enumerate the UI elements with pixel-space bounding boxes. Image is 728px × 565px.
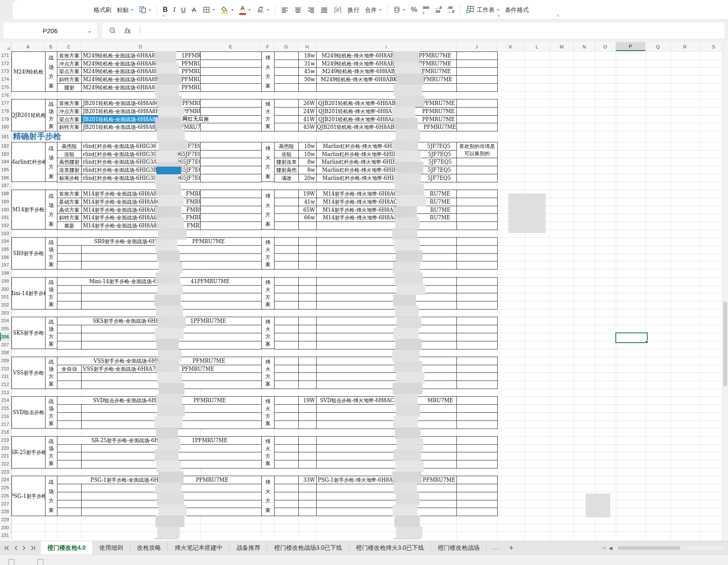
align-justify-button[interactable] — [320, 7, 328, 13]
last-sheet-button[interactable] — [31, 545, 36, 551]
col-header-L[interactable]: L — [524, 42, 550, 51]
row-header-214[interactable]: 214 — [0, 396, 11, 404]
selected-cell-P206[interactable] — [615, 332, 648, 343]
horizontal-scrollbar-thumb[interactable] — [618, 546, 680, 550]
row-header-176[interactable]: 176 — [0, 91, 11, 99]
row-header-183[interactable]: 183 — [0, 150, 11, 158]
row-header-186[interactable]: 186 — [0, 174, 11, 182]
row-header-178[interactable]: 178 — [0, 107, 11, 115]
row-header-182[interactable]: 182 — [0, 142, 11, 150]
increase-decimal-button[interactable]: .00→.0 — [447, 6, 454, 14]
row-header-224[interactable]: 224 — [0, 476, 11, 484]
underline-button[interactable]: U — [181, 6, 186, 13]
row-header-192[interactable]: 192 — [0, 221, 11, 230]
row-header-231[interactable]: 231 — [0, 531, 11, 539]
format-painter-button[interactable]: 格式刷 — [93, 7, 111, 13]
italic-button[interactable]: I — [173, 6, 176, 13]
percent-format-button[interactable]: % — [411, 6, 417, 13]
row-header-227[interactable]: 227 — [0, 500, 11, 508]
row-header-206[interactable]: 206 — [0, 333, 11, 341]
row-header-175[interactable]: 175 — [0, 83, 11, 91]
align-center-button[interactable] — [294, 7, 302, 13]
formula-bar[interactable]: fx — [102, 23, 725, 39]
col-header-B[interactable]: B — [45, 42, 57, 51]
row-header-194[interactable]: 194 — [0, 237, 11, 245]
sheet-tab-6[interactable]: 橙门楼改枪烽火3.0已下线 — [349, 541, 431, 555]
strikethrough-button[interactable]: A — [191, 6, 197, 13]
row-header-210[interactable]: 210 — [0, 365, 11, 373]
row-header-226[interactable]: 226 — [0, 492, 11, 500]
vertical-scrollbar[interactable] — [722, 42, 728, 541]
align-right-button[interactable] — [307, 7, 315, 13]
row-header-197[interactable]: 197 — [0, 261, 11, 269]
row-header-215[interactable]: 215 — [0, 404, 11, 412]
col-header-D[interactable]: D — [81, 42, 200, 51]
sheet-tab-2[interactable]: 改枪攻略 — [130, 541, 168, 555]
row-header-209[interactable]: 209 — [0, 357, 11, 365]
col-header-M[interactable]: M — [550, 42, 574, 51]
prev-sheet-button[interactable] — [14, 545, 18, 551]
row-header-199[interactable]: 199 — [0, 277, 11, 285]
col-header-E[interactable]: E — [200, 42, 261, 51]
row-header-173[interactable]: 173 — [0, 67, 11, 75]
row-header-198[interactable]: 198 — [0, 269, 11, 277]
row-header-230[interactable]: 230 — [0, 524, 11, 532]
sheet-tab-5[interactable]: 橙门楼改枪战场3.0已下线 — [267, 541, 349, 555]
row-header-220[interactable]: 220 — [0, 444, 11, 452]
col-header-P[interactable]: P — [616, 42, 646, 51]
row-header-187[interactable]: 187 — [0, 182, 11, 190]
row-header-180[interactable]: 180 — [0, 123, 11, 131]
tab-scroll-left-icon[interactable]: ◀ — [609, 545, 612, 551]
row-header-189[interactable]: 189 — [0, 198, 11, 206]
more-sheets-button[interactable]: ··· — [487, 541, 504, 555]
thousands-separator-button[interactable]: 000, — [423, 6, 429, 13]
sheet-tab-0[interactable]: 橙门楼改枪4.0 — [41, 541, 92, 555]
col-header-H[interactable]: H — [298, 42, 316, 51]
row-header-193[interactable]: 193 — [0, 230, 11, 238]
sheet-tab-3[interactable]: 烽火笔记本搭建中 — [168, 541, 229, 555]
row-header-185[interactable]: 185 — [0, 166, 11, 174]
row-header-216[interactable]: 216 — [0, 412, 11, 420]
row-header-219[interactable]: 219 — [0, 436, 11, 444]
fill-handle[interactable] — [645, 341, 648, 344]
row-header-218[interactable]: 218 — [0, 428, 11, 436]
row-header-225[interactable]: 225 — [0, 484, 11, 492]
sheet-tab-4[interactable]: 战备推荐 — [229, 541, 267, 555]
row-header-200[interactable]: 200 — [0, 285, 11, 293]
row-header-190[interactable]: 190 — [0, 206, 11, 214]
row-header-181[interactable]: 181 — [0, 131, 11, 142]
first-sheet-button[interactable] — [4, 545, 9, 551]
col-header-F[interactable]: F — [261, 42, 274, 51]
align-left-button[interactable] — [281, 7, 289, 13]
col-header-R[interactable]: R — [671, 42, 700, 51]
col-header-C[interactable]: C — [57, 42, 81, 51]
row-header-202[interactable]: 202 — [0, 301, 11, 309]
row-header-195[interactable]: 195 — [0, 245, 11, 253]
row-header-222[interactable]: 222 — [0, 460, 11, 468]
wrap-brackets-button[interactable] — [334, 6, 342, 14]
dialog-launcher-icon[interactable]: ↘ — [556, 13, 559, 17]
fill-color-button[interactable] — [221, 6, 234, 14]
worksheet-button[interactable]: 工作表 — [466, 6, 499, 14]
row-header-207[interactable]: 207 — [0, 341, 11, 349]
wrap-text-button[interactable]: 换行 — [348, 7, 360, 13]
row-header-172[interactable]: 172 — [0, 60, 11, 68]
paste-special-button[interactable] — [139, 6, 151, 14]
row-header-213[interactable]: 213 — [0, 389, 11, 397]
col-header-A[interactable]: A — [11, 42, 45, 51]
sheet-tab-7[interactable]: 橙门楼改枪战场 — [431, 541, 487, 555]
col-header-J[interactable]: J — [456, 42, 497, 51]
row-header-174[interactable]: 174 — [0, 75, 11, 83]
dialog-launcher-icon[interactable]: ↘ — [496, 13, 500, 17]
row-header-211[interactable]: 211 — [0, 372, 11, 380]
name-box[interactable]: P206 — [3, 23, 97, 39]
row-header-191[interactable]: 191 — [0, 213, 11, 221]
clear-format-button[interactable] — [256, 6, 269, 14]
col-header-O[interactable]: O — [595, 42, 616, 51]
col-header-N[interactable]: N — [574, 42, 595, 51]
row-header-205[interactable]: 205 — [0, 325, 11, 333]
row-header-204[interactable]: 204 — [0, 317, 11, 325]
horizontal-scrollbar[interactable] — [616, 546, 725, 550]
currency-format-button[interactable] — [393, 6, 405, 14]
vertical-scrollbar-thumb[interactable] — [723, 301, 727, 386]
